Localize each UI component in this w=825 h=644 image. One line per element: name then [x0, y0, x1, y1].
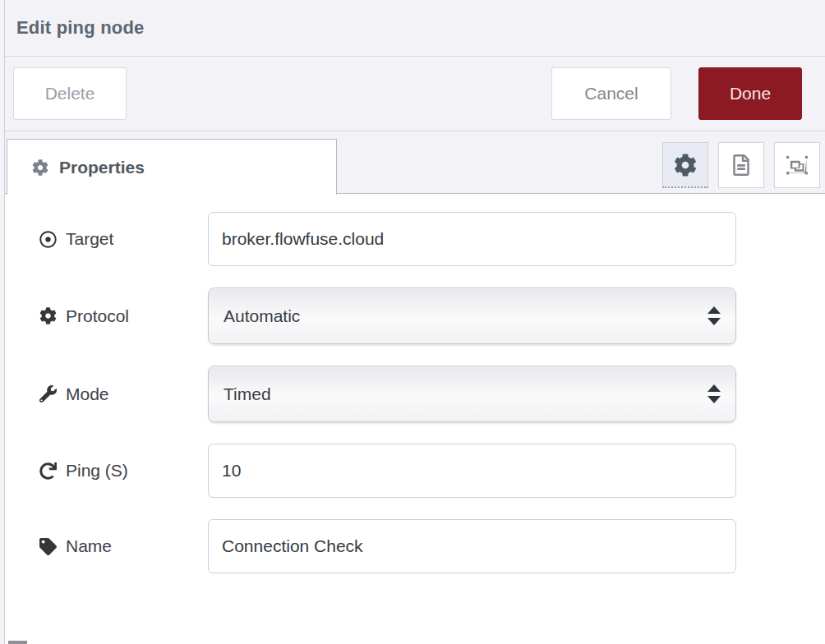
gear-icon	[674, 154, 697, 177]
gear-icon	[32, 159, 48, 176]
name-input[interactable]	[208, 519, 736, 573]
dialog-title: Edit ping node	[16, 17, 145, 39]
tab-properties[interactable]: Properties	[7, 139, 337, 195]
tray-left-edge	[0, 0, 5, 644]
mode-label: Mode	[39, 384, 208, 404]
refresh-icon	[39, 462, 57, 480]
mode-select[interactable]: Timed	[208, 366, 736, 422]
protocol-select-value: Automatic	[224, 306, 707, 326]
object-group-icon	[786, 154, 808, 176]
gear-icon	[39, 307, 57, 324]
name-label-text: Name	[66, 536, 112, 556]
wrench-icon	[39, 385, 57, 402]
form-row-protocol: Protocol Automatic	[39, 288, 825, 344]
select-arrows-icon	[707, 306, 721, 325]
tab-icon-buttons	[662, 142, 820, 188]
select-arrows-icon	[707, 384, 721, 403]
properties-tab-button[interactable]	[662, 142, 708, 188]
form-row-mode: Mode Timed	[39, 366, 825, 422]
name-label: Name	[39, 536, 208, 556]
mode-select-value: Timed	[224, 384, 707, 404]
dialog-toolbar: Delete Cancel Done	[0, 57, 825, 131]
protocol-select[interactable]: Automatic	[208, 288, 736, 344]
target-icon	[39, 231, 57, 248]
ping-label-text: Ping (S)	[66, 461, 128, 481]
form-row-ping: Ping (S)	[39, 444, 825, 498]
appearance-tab-button[interactable]	[774, 142, 820, 188]
delete-button[interactable]: Delete	[13, 67, 127, 120]
ping-interval-input[interactable]	[208, 444, 736, 498]
properties-form: Target Protocol Automatic Mode Timed	[0, 194, 825, 573]
target-label-text: Target	[66, 229, 113, 249]
protocol-label: Protocol	[39, 306, 208, 326]
tab-bar: Properties	[0, 131, 825, 194]
document-icon	[731, 154, 752, 176]
ping-label: Ping (S)	[39, 461, 208, 481]
target-label: Target	[39, 229, 208, 249]
form-row-name: Name	[39, 519, 825, 573]
mode-label-text: Mode	[66, 384, 109, 404]
form-row-target: Target	[39, 212, 825, 266]
protocol-label-text: Protocol	[66, 306, 129, 326]
dialog-header: Edit ping node	[0, 0, 825, 57]
cancel-button[interactable]: Cancel	[551, 67, 671, 120]
done-button[interactable]: Done	[698, 67, 802, 120]
tab-properties-label: Properties	[59, 158, 145, 177]
bottom-edge-fragment	[8, 641, 27, 644]
tag-icon	[39, 538, 57, 555]
description-tab-button[interactable]	[718, 142, 764, 188]
target-input[interactable]	[208, 212, 736, 266]
